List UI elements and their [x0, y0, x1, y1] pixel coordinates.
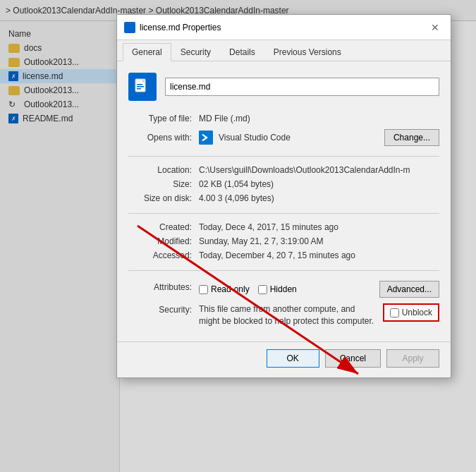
attributes-row: Attributes: Read-only Hidden Advanced...: [128, 278, 439, 301]
created-row: Created: Today, Dece 4, 2017, 15 minutes…: [128, 221, 439, 235]
modified-label: Modified:: [128, 236, 199, 248]
change-button[interactable]: Change...: [384, 129, 439, 146]
unblock-label: Unblock: [402, 308, 432, 317]
tab-general[interactable]: General: [123, 43, 171, 61]
hidden-checkbox-item[interactable]: Hidden: [258, 284, 297, 294]
type-value: MD File (.md): [199, 114, 439, 125]
type-row: Type of file: MD File (.md): [128, 112, 439, 126]
dates-section: Created: Today, Dece 4, 2017, 15 minutes…: [128, 221, 439, 263]
accessed-value: Today, December 4, 20 7, 15 minutes ago: [199, 250, 439, 262]
size-label: Size:: [128, 179, 199, 190]
security-row: Security: This file came from another co…: [128, 301, 439, 330]
divider-3: [128, 270, 439, 271]
size-on-disk-label: Size on disk:: [128, 193, 199, 205]
readonly-checkbox-item[interactable]: Read-only: [199, 284, 250, 294]
dialog-footer: OK Cancel Apply: [117, 341, 451, 377]
divider-1: [128, 156, 439, 157]
svg-rect-3: [137, 88, 141, 90]
security-text: This file came from another compute, and…: [199, 303, 377, 327]
size-on-disk-row: Size on disk: 4.00 3 (4,096 bytes): [128, 192, 439, 206]
created-value: Today, Dece 4, 2017, 15 minutes ago: [199, 222, 439, 234]
close-button[interactable]: ✕: [427, 19, 444, 36]
dialog-body: Type of file: MD File (.md) Opens with: …: [117, 61, 451, 341]
ok-button[interactable]: OK: [267, 349, 319, 368]
type-label: Type of file:: [128, 114, 199, 125]
dialog-title-icon: [124, 22, 135, 33]
attributes-controls: Read-only Hidden Advanced...: [199, 281, 439, 298]
title-left: license.md Properties: [124, 22, 221, 33]
hidden-label: Hidden: [270, 284, 297, 294]
vscode-icon: [199, 131, 213, 145]
readonly-label: Read-only: [211, 284, 250, 294]
location-row: Location: C:\Users\guill\Downloads\Outlo…: [128, 164, 439, 178]
opens-with-row: Opens with: Visual Studio Code Change...: [128, 126, 439, 149]
properties-dialog: license.md Properties ✕ General Security…: [116, 14, 451, 378]
unblock-checkbox[interactable]: [390, 308, 399, 317]
attributes-label: Attributes:: [128, 281, 199, 292]
tab-security[interactable]: Security: [171, 43, 220, 61]
apply-button[interactable]: Apply: [386, 349, 439, 368]
type-section: Type of file: MD File (.md) Opens with: …: [128, 112, 439, 149]
dialog-titlebar: license.md Properties ✕: [117, 15, 451, 40]
tab-previous-versions[interactable]: Previous Versions: [264, 43, 350, 61]
advanced-button[interactable]: Advanced...: [379, 281, 439, 298]
modified-value: Sunday, May 21, 2 7, 3:19:00 AM: [199, 236, 439, 248]
opens-with-app: Visual Studio Code: [219, 133, 379, 143]
created-label: Created:: [128, 222, 199, 234]
opens-with-label: Opens with:: [128, 133, 199, 143]
info-section: Location: C:\Users\guill\Downloads\Outlo…: [128, 164, 439, 206]
file-header: [128, 73, 439, 101]
size-row: Size: 02 KB (1,054 bytes): [128, 178, 439, 192]
tab-details[interactable]: Details: [220, 43, 264, 61]
unblock-box: Unblock: [383, 303, 439, 322]
file-name-input[interactable]: [165, 78, 439, 96]
size-on-disk-value: 4.00 3 (4,096 bytes): [199, 193, 439, 205]
hidden-checkbox[interactable]: [258, 285, 267, 294]
svg-rect-1: [137, 84, 142, 85]
dialog-title-text: license.md Properties: [140, 23, 221, 32]
location-label: Location:: [128, 165, 199, 176]
divider-2: [128, 213, 439, 214]
size-value: 02 KB (1,054 bytes): [199, 179, 439, 190]
accessed-row: Accessed: Today, December 4, 20 7, 15 mi…: [128, 249, 439, 263]
svg-rect-2: [137, 86, 144, 87]
modified-row: Modified: Sunday, May 21, 2 7, 3:19:00 A…: [128, 235, 439, 249]
readonly-checkbox[interactable]: [199, 285, 208, 294]
security-label: Security:: [128, 303, 199, 315]
cancel-button[interactable]: Cancel: [325, 349, 381, 368]
file-header-icon: [128, 73, 157, 101]
security-content: This file came from another compute, and…: [199, 303, 439, 327]
accessed-label: Accessed:: [128, 250, 199, 262]
dialog-tabs: General Security Details Previous Versio…: [117, 40, 451, 61]
opens-with-content: Visual Studio Code Change...: [199, 129, 439, 146]
location-value: C:\Users\guill\Downloads\Outlook2013Cale…: [199, 165, 417, 176]
